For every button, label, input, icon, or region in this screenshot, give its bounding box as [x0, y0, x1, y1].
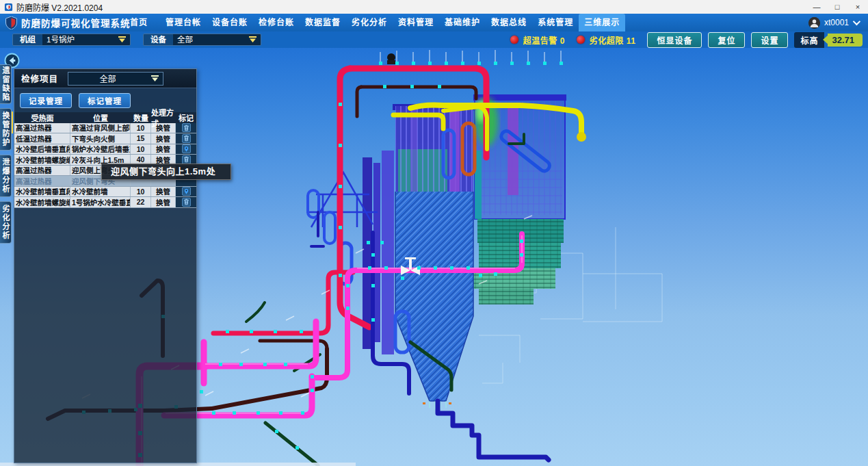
nav-management-ledger[interactable]: 管理台帐	[160, 14, 207, 31]
overtemp-alarm-indicator: 超温告警 0	[510, 34, 565, 46]
nav-maintenance-ledger[interactable]: 检修台账	[253, 14, 300, 31]
elevation-indicator: 标高 32.71	[794, 32, 863, 48]
col-quantity: 数量	[131, 112, 151, 123]
table-row[interactable]: 水冷壁后墙垂直段锅炉水冷壁后墙垂直段左10换管	[14, 144, 196, 155]
alarm-dot-icon	[577, 36, 585, 44]
side-tab-explosion-analysis[interactable]: 泄爆分析	[0, 155, 12, 197]
nav-home[interactable]: 首页	[118, 14, 160, 31]
trash-icon	[183, 156, 189, 163]
dropdown-caret-icon	[249, 36, 257, 43]
nav-degradation-analysis[interactable]: 劣化分析	[346, 14, 393, 31]
elevation-value: 32.71	[828, 34, 863, 47]
always-show-devices-button[interactable]: 恒显设备	[647, 32, 702, 48]
table-row[interactable]: 水冷壁前墙螺旋缎1号锅炉水冷壁垂直段5米22换管	[14, 197, 196, 208]
nav-3d-display[interactable]: 三维展示	[579, 14, 625, 31]
close-button[interactable]: ×	[847, 0, 868, 14]
nav-data-supervision[interactable]: 数据监督	[300, 14, 346, 31]
unit-select-group: 机组 1号锅炉	[12, 34, 131, 46]
delete-mark-button[interactable]	[182, 134, 191, 143]
col-heating-surface: 受热面	[14, 112, 70, 123]
trash-icon	[183, 135, 189, 142]
degradation-alarm-label: 劣化超限	[590, 36, 624, 46]
col-treatment: 处理方式	[151, 112, 176, 123]
table-header-row: 受热面 位置 数量 处理方式 标记	[14, 112, 196, 123]
delete-mark-button[interactable]	[182, 155, 191, 164]
3d-viewport[interactable]: 遗留缺陷 换管防护 泄爆分析 劣化分析 检修项目 全部 记录管理 标记管理 受热…	[0, 48, 868, 466]
unit-select[interactable]: 1号锅炉	[42, 34, 130, 45]
overtemp-alarm-label: 超温告警	[523, 36, 557, 46]
app-title: 防磨防爆可视化管理系统	[21, 16, 131, 29]
delete-mark-button[interactable]	[182, 123, 191, 132]
dropdown-caret-icon	[118, 36, 126, 43]
filter-label: 检修项目	[21, 72, 58, 85]
trash-icon	[183, 198, 189, 205]
nav-equipment-ledger[interactable]: 设备台账	[207, 14, 253, 31]
degradation-alarm-indicator: 劣化超限 11	[577, 34, 636, 46]
nav-document-management[interactable]: 资料管理	[393, 14, 439, 31]
location-pin-icon	[183, 146, 189, 153]
location-pin-icon	[183, 188, 189, 195]
device-select[interactable]: 全部	[173, 34, 261, 45]
app-header: 防磨防爆可视化管理系统 首页 管理台帐 设备台账 检修台账 数据监督 劣化分析 …	[0, 14, 868, 31]
nav-system-management[interactable]: 系统管理	[532, 14, 579, 31]
side-tab-tube-replacement[interactable]: 换管防护	[0, 108, 12, 151]
delete-mark-button[interactable]	[182, 198, 191, 207]
shield-logo-icon	[5, 16, 17, 29]
dropdown-caret-icon	[151, 75, 159, 82]
device-select-group: 设备 全部	[143, 34, 261, 46]
user-name: xt0001	[824, 18, 849, 27]
nav-basic-maintenance[interactable]: 基础维护	[439, 14, 486, 31]
user-avatar-icon	[808, 17, 820, 29]
locate-mark-button[interactable]	[182, 144, 191, 153]
brand: 防磨防爆可视化管理系统	[5, 16, 131, 29]
locate-mark-button[interactable]	[182, 187, 191, 196]
table-row[interactable]: 低温过热器下弯头向火侧15换管	[14, 133, 196, 144]
table-row[interactable]: 水冷壁前墙垂直段水冷壁前墙10换管	[14, 187, 196, 198]
mark-management-button[interactable]: 标记管理	[79, 93, 131, 108]
record-management-button[interactable]: 记录管理	[20, 93, 72, 108]
window-titlebar: 防磨防爆 V2.2021.0204 — □ ×	[0, 0, 868, 14]
side-tab-degradation-analysis[interactable]: 劣化分析	[0, 201, 12, 244]
nav-data-bus[interactable]: 数据总线	[486, 14, 532, 31]
reset-view-button[interactable]: 复位	[708, 32, 745, 48]
position-tooltip: 迎风侧下弯头向上1.5m处	[101, 164, 231, 180]
table-row[interactable]: 高温过热器高温过背风侧上部吹灰器10换管	[14, 123, 196, 134]
col-mark: 标记	[176, 112, 196, 123]
panel-header: 检修项目 全部	[14, 69, 196, 88]
overtemp-alarm-count: 0	[560, 36, 565, 46]
elevation-label: 标高	[794, 32, 824, 48]
device-label: 设备	[144, 34, 173, 45]
repair-item-select[interactable]: 全部	[68, 72, 163, 86]
trash-icon	[183, 125, 189, 131]
window-title: 防磨防爆 V2.2021.0204	[16, 1, 103, 13]
panel-empty-area	[14, 208, 196, 455]
degradation-alarm-count: 11	[627, 36, 636, 46]
side-tab-legacy-defects[interactable]: 遗留缺陷	[0, 64, 12, 104]
settings-button[interactable]: 设置	[751, 32, 788, 48]
user-menu[interactable]: xt0001	[808, 14, 858, 31]
col-position: 位置	[70, 112, 131, 123]
minimize-button[interactable]: —	[806, 0, 827, 14]
chevron-down-icon	[853, 18, 860, 25]
app-icon	[4, 3, 13, 12]
unit-label: 机组	[13, 34, 42, 45]
repair-table: 受热面 位置 数量 处理方式 标记 高温过热器高温过背风侧上部吹灰器10换管 低…	[14, 112, 196, 208]
toolbar: 机组 1号锅炉 设备 全部 超温告警 0 劣化超限 11 恒显设备 复位 设置 …	[0, 31, 868, 48]
maximize-button[interactable]: □	[827, 0, 847, 14]
alarm-dot-icon	[510, 36, 518, 44]
repair-items-panel: 检修项目 全部 记录管理 标记管理 受热面 位置 数量 处理方式 标记 高温过热…	[14, 68, 197, 463]
main-nav: 首页 管理台帐 设备台账 检修台账 数据监督 劣化分析 资料管理 基础维护 数据…	[118, 14, 625, 31]
